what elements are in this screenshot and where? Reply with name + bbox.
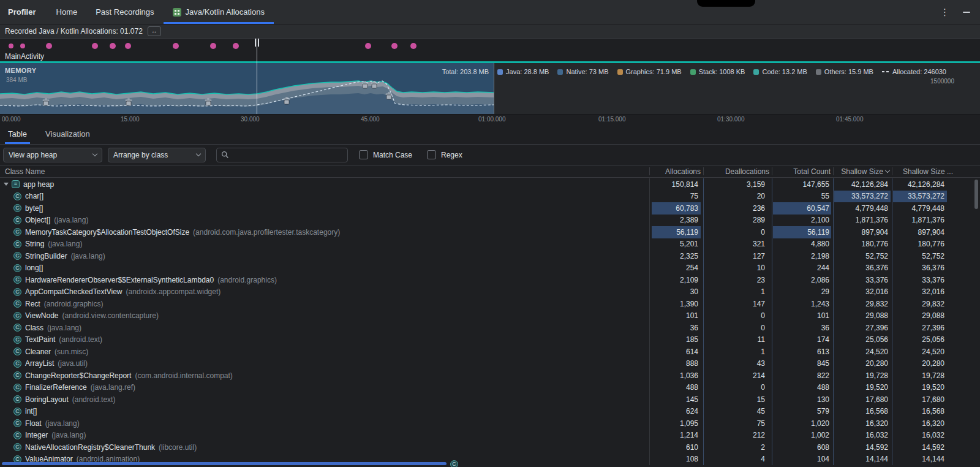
allocation-event-dot[interactable] bbox=[410, 43, 417, 49]
allocation-event-dot[interactable] bbox=[391, 43, 398, 49]
allocations-cell: 30 bbox=[652, 286, 701, 298]
class-name: Rect bbox=[25, 300, 40, 308]
allocation-event-dot[interactable] bbox=[9, 44, 13, 48]
time-axis: 00.00015.00030.00045.00001:00.00001:15.0… bbox=[0, 114, 980, 124]
vertical-scrollbar[interactable] bbox=[974, 180, 978, 209]
total-count-cell: 1,020 bbox=[773, 417, 831, 430]
class-package: (com.android.internal.compat) bbox=[135, 371, 232, 380]
column-allocations[interactable]: Allocations bbox=[652, 165, 701, 178]
class-package: (java.lang.ref) bbox=[91, 383, 135, 392]
tab-home[interactable]: Home bbox=[47, 0, 87, 24]
allocation-event-dot[interactable] bbox=[210, 43, 216, 49]
table-row[interactable]: C char[] 75 20 55 33,573,272 33,573,272 bbox=[0, 191, 980, 203]
column-class-name[interactable]: Class Name bbox=[5, 165, 250, 178]
regex-option[interactable]: Regex bbox=[427, 150, 462, 159]
time-tick: 01:15.000 bbox=[598, 116, 626, 123]
table-row[interactable]: C byte[] 60,783 236 60,547 4,779,448 4,7… bbox=[0, 202, 980, 215]
table-row[interactable]: C Integer (java.lang) 1,214 212 1,002 16… bbox=[0, 430, 980, 442]
shallow-size-cell: 19,520 bbox=[834, 382, 891, 394]
table-row[interactable]: C String (java.lang) 5,201 321 4,880 180… bbox=[0, 238, 980, 251]
tab-java-kotlin-allocations-label: Java/Kotlin Allocations bbox=[186, 7, 265, 17]
search-input[interactable] bbox=[233, 151, 347, 159]
shallow-size-2-cell: 897,904 bbox=[893, 226, 947, 238]
table-row[interactable]: ≡ app heap 150,814 3,159 147,655 42,126,… bbox=[0, 178, 980, 191]
total-count-cell: 147,655 bbox=[773, 178, 831, 191]
tab-table[interactable]: Table bbox=[8, 124, 27, 144]
class-name-cell: C FinalizerReference (java.lang.ref) bbox=[0, 382, 648, 394]
table-row[interactable]: C ArrayList (java.util) 888 43 845 20,28… bbox=[0, 358, 980, 370]
expand-arrow-icon[interactable] bbox=[4, 183, 9, 186]
kebab-menu-icon[interactable]: ⋮ bbox=[940, 7, 949, 18]
allocation-event-dot[interactable] bbox=[110, 43, 116, 49]
table-row[interactable]: C StringBuilder (java.lang) 2,325 127 2,… bbox=[0, 250, 980, 262]
table-row[interactable]: C int[] 624 45 579 16,568 16,568 bbox=[0, 406, 980, 418]
deallocations-cell: 20 bbox=[704, 191, 768, 203]
table-row[interactable]: C TextPaint (android.text) 185 11 174 25… bbox=[0, 334, 980, 346]
column-total-count[interactable]: Total Count bbox=[773, 165, 831, 178]
table-row[interactable]: C AppCompatCheckedTextView (androidx.app… bbox=[0, 286, 980, 298]
playhead-grip[interactable] bbox=[255, 39, 259, 47]
allocation-event-dot[interactable] bbox=[92, 43, 98, 49]
total-count-cell: 613 bbox=[773, 346, 831, 358]
table-row[interactable]: C long[] 254 10 244 36,376 36,376 bbox=[0, 262, 980, 275]
tab-java-kotlin-allocations[interactable]: Java/Kotlin Allocations bbox=[164, 0, 274, 24]
arrange-dropdown[interactable]: Arrange by class bbox=[108, 148, 206, 162]
activity-label: MainActivity bbox=[5, 52, 44, 61]
column-shallow-size-label: Shallow Size bbox=[841, 167, 883, 176]
table-row[interactable]: C MemoryTaskCategory$AllocationTestObjec… bbox=[0, 226, 980, 238]
table-row[interactable]: C Cleaner (sun.misc) 614 1 613 24,520 24… bbox=[0, 346, 980, 358]
allocation-event-dot[interactable] bbox=[233, 43, 239, 49]
deallocations-cell: 0 bbox=[704, 226, 768, 238]
column-shallow-size-2[interactable]: Shallow Size ... bbox=[892, 165, 953, 178]
horizontal-scrollbar[interactable] bbox=[2, 462, 447, 465]
allocations-cell: 2,109 bbox=[652, 274, 701, 286]
allocation-event-dot[interactable] bbox=[173, 43, 179, 49]
class-icon: C bbox=[13, 408, 21, 416]
heap-dropdown[interactable]: View app heap bbox=[3, 148, 102, 162]
match-case-checkbox[interactable] bbox=[359, 150, 368, 159]
table-row[interactable]: C HardwareRendererObserver$$ExternalSynt… bbox=[0, 274, 980, 286]
table-row[interactable]: C Rect (android.graphics) 1,390 147 1,24… bbox=[0, 298, 980, 310]
table-row[interactable]: C ChangeReporter$ChangeReport (com.andro… bbox=[0, 370, 980, 382]
event-track[interactable]: MainActivity bbox=[0, 39, 980, 61]
shallow-size-2-cell: 16,320 bbox=[893, 417, 947, 430]
class-name: TextPaint bbox=[25, 335, 55, 344]
legend-label: Total: 203.8 MB bbox=[442, 68, 489, 75]
timeline-playhead[interactable] bbox=[257, 39, 257, 114]
shallow-size-cell: 33,573,272 bbox=[834, 191, 891, 203]
table-row[interactable]: C Float (java.lang) 1,095 75 1,020 16,32… bbox=[0, 417, 980, 430]
class-icon: C bbox=[13, 312, 21, 320]
shallow-size-cell: 14,592 bbox=[834, 441, 891, 454]
legend-swatch bbox=[497, 69, 503, 75]
class-icon: C bbox=[13, 384, 21, 392]
allocated-axis-max: 1500000 bbox=[930, 78, 954, 85]
zoom-to-fit-button[interactable]: ↔ bbox=[148, 26, 161, 36]
legend-swatch bbox=[557, 69, 563, 75]
column-shallow-size[interactable]: Shallow Size bbox=[833, 165, 889, 178]
minimize-icon[interactable] bbox=[963, 12, 970, 13]
table-row[interactable]: C NativeAllocationRegistry$CleanerThunk … bbox=[0, 441, 980, 454]
class-icon: C bbox=[13, 347, 21, 355]
total-count-cell: 60,547 bbox=[773, 202, 831, 215]
match-case-option[interactable]: Match Case bbox=[359, 150, 412, 159]
allocation-event-dot[interactable] bbox=[46, 43, 52, 49]
shallow-size-2-cell: 33,376 bbox=[893, 274, 947, 286]
tab-past-recordings-label: Past Recordings bbox=[96, 7, 154, 17]
regex-checkbox[interactable] bbox=[427, 150, 436, 159]
tab-visualization[interactable]: Visualization bbox=[45, 124, 90, 144]
allocation-event-dot[interactable] bbox=[125, 43, 131, 49]
class-package: (android.com.java.profilertester.taskcat… bbox=[193, 228, 340, 237]
memory-track[interactable]: MEMORY 384 MB Total: 203.8 MB Java: 28.8… bbox=[0, 63, 980, 114]
tab-past-recordings[interactable]: Past Recordings bbox=[86, 0, 163, 24]
class-name-cell: C NativeAllocationRegistry$CleanerThunk … bbox=[0, 441, 648, 454]
table-row[interactable]: C Object[] (java.lang) 2,389 289 2,100 1… bbox=[0, 215, 980, 227]
table-row[interactable]: C Class (java.lang) 36 0 36 27,396 27,39… bbox=[0, 322, 980, 334]
table-row[interactable]: C ViewNode (android.view.contentcapture)… bbox=[0, 310, 980, 322]
search-field[interactable] bbox=[216, 148, 348, 162]
table-row[interactable]: C FinalizerReference (java.lang.ref) 488… bbox=[0, 382, 980, 394]
allocation-event-dot[interactable] bbox=[20, 44, 25, 48]
shallow-size-2-cell: 17,680 bbox=[893, 393, 947, 406]
allocation-event-dot[interactable] bbox=[365, 43, 371, 49]
column-deallocations[interactable]: Deallocations bbox=[704, 165, 769, 178]
table-row[interactable]: C BoringLayout (android.text) 145 15 130… bbox=[0, 393, 980, 406]
